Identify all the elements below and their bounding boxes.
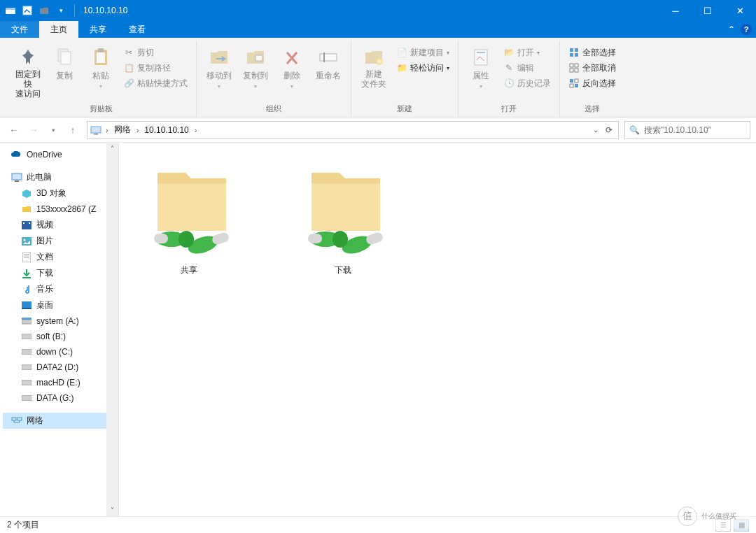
move-to-button[interactable]: 移动到 ▾ [202,45,236,91]
nav-forward-button[interactable]: → [25,122,42,138]
search-input[interactable] [644,125,749,135]
svg-rect-15 [575,48,578,52]
sidebar-item-drive-b[interactable]: soft (B:) [3,329,106,344]
select-all-icon [568,47,580,58]
sidebar-item-downloads[interactable]: 下载 [3,265,106,281]
new-item-button[interactable]: 📄 新建项目 ▾ [393,45,452,60]
edit-button[interactable]: ✎ 编辑 [500,60,554,76]
chevron-down-icon: ▾ [99,83,102,90]
scroll-up-icon[interactable]: ˄ [106,143,118,155]
search-box[interactable]: 🔍 [624,121,750,139]
sidebar-item-mapped-drive[interactable]: 153xxxx2867 (Z [3,201,106,217]
title-bar: ▾ 10.10.10.10 ─ ☐ ✕ [0,0,756,21]
svg-rect-21 [575,69,578,72]
sidebar-item-drive-e[interactable]: macHD (E:) [3,375,106,390]
sidebar-item-3d-objects[interactable]: 3D 对象 [3,185,106,201]
select-all-label: 全部选择 [582,47,616,59]
paste-shortcut-button[interactable]: 🔗 粘贴快捷方式 [120,76,190,91]
invert-selection-button[interactable]: 反向选择 [566,76,619,91]
edit-icon: ✎ [503,62,514,73]
close-button[interactable]: ✕ [724,0,756,21]
sidebar-item-label: down (C:) [36,347,73,357]
explorer-icon [4,4,17,17]
nav-back-button[interactable]: ← [6,122,22,138]
delete-button[interactable]: 删除 ▾ [275,45,309,91]
svg-rect-31 [23,222,24,224]
chevron-right-icon[interactable]: › [104,126,110,134]
breadcrumb-network[interactable]: 网络 [113,124,132,136]
svg-rect-32 [29,222,30,224]
sidebar-this-pc[interactable]: 此电脑 [3,169,106,185]
tab-home[interactable]: 主页 [39,21,78,38]
tab-view[interactable]: 查看 [118,21,157,38]
address-dropdown-icon[interactable]: ⌄ [593,126,598,134]
paste-button[interactable]: 粘贴 ▾ [84,45,118,91]
address-bar-row: ← → ▾ ↑ › 网络 › 10.10.10.10 › ⌄ ⟳ 🔍 [0,118,756,143]
properties-qat-icon[interactable] [21,4,34,17]
sidebar-item-drive-a[interactable]: system (A:) [3,313,106,329]
easy-access-button[interactable]: 📁 轻松访问 ▾ [393,60,452,76]
help-icon[interactable]: ? [741,24,752,35]
sidebar-item-label: DATA (G:) [36,393,74,403]
svg-rect-9 [320,54,337,61]
history-button[interactable]: 🕓 历史记录 [500,76,554,91]
svg-rect-10 [323,52,325,62]
sidebar-item-drive-d[interactable]: DATA2 (D:) [3,360,106,375]
tab-file[interactable]: 文件 [0,21,39,38]
sidebar-item-pictures[interactable]: 图片 [3,233,106,249]
new-folder-qat-icon[interactable] [38,4,50,17]
sidebar-item-videos[interactable]: 视频 [3,217,106,233]
copy-button[interactable]: 复制 [48,45,81,83]
new-item-label: 新建项目 [410,47,444,59]
copy-path-button[interactable]: 📋 复制路径 [120,60,190,76]
new-folder-button[interactable]: 新建 文件夹 [357,45,391,91]
select-group-label: 选择 [566,102,619,117]
cut-button[interactable]: ✂ 剪切 [120,45,190,60]
svg-rect-1 [6,8,15,10]
qat-dropdown-icon[interactable]: ▾ [55,4,67,17]
tab-share[interactable]: 共享 [78,21,118,38]
chevron-down-icon: ▾ [537,50,540,56]
sidebar-onedrive[interactable]: OneDrive [3,147,106,162]
ribbon-group-clipboard: 固定到快 速访问 复制 粘贴 ▾ ✂ 剪切 📋 复制路径 [6,41,197,117]
separator [74,4,75,17]
svg-point-59 [332,231,348,248]
nav-up-button[interactable]: ↑ [64,122,81,138]
shared-folder-item[interactable]: 共享 [133,155,245,276]
chevron-right-icon[interactable]: › [135,126,141,134]
sidebar-item-label: 153xxxx2867 (Z [36,204,96,214]
properties-button[interactable]: 属性 ▾ [464,45,498,91]
address-bar[interactable]: › 网络 › 10.10.10.10 › ⌄ ⟳ [87,121,619,139]
sidebar-network[interactable]: 网络 [3,413,106,429]
svg-point-54 [178,231,194,248]
minimize-button[interactable]: ─ [659,0,692,21]
refresh-icon[interactable]: ⟳ [606,125,612,135]
history-label: 历史记录 [517,78,551,90]
sidebar-item-drive-c[interactable]: down (C:) [3,344,106,360]
new-folder-label: 新建 文件夹 [361,70,386,90]
sidebar-item-desktop[interactable]: 桌面 [3,297,106,313]
sidebar-item-drive-g[interactable]: DATA (G:) [3,390,106,406]
nav-recent-dropdown[interactable]: ▾ [45,122,62,138]
open-icon: 📂 [503,47,514,58]
chevron-right-icon[interactable]: › [193,126,199,134]
sidebar-item-label: macHD (E:) [36,378,80,388]
maximize-button[interactable]: ☐ [692,0,724,21]
collapse-ribbon-icon[interactable]: ⌃ [728,24,735,34]
pin-to-quickaccess-button[interactable]: 固定到快 速访问 [11,45,45,100]
select-all-button[interactable]: 全部选择 [566,45,619,60]
scroll-down-icon[interactable]: ˅ [106,504,118,516]
ribbon: 固定到快 速访问 复制 粘贴 ▾ ✂ 剪切 📋 复制路径 [0,38,756,118]
sidebar-item-music[interactable]: 音乐 [3,281,106,297]
select-none-button[interactable]: 全部取消 [566,60,619,76]
rename-button[interactable]: 重命名 [312,45,345,83]
drive-icon [21,331,32,342]
sidebar-scrollbar[interactable]: ˄ ˅ [106,143,118,516]
breadcrumb-host[interactable]: 10.10.10.10 [143,125,190,135]
svg-rect-20 [570,69,573,72]
chevron-down-icon: ▾ [218,83,220,90]
download-folder-item[interactable]: 下载 [287,155,399,276]
open-button[interactable]: 📂 打开 ▾ [500,45,554,60]
sidebar-item-documents[interactable]: 文档 [3,249,106,265]
copy-to-button[interactable]: 复制到 ▾ [239,45,272,91]
